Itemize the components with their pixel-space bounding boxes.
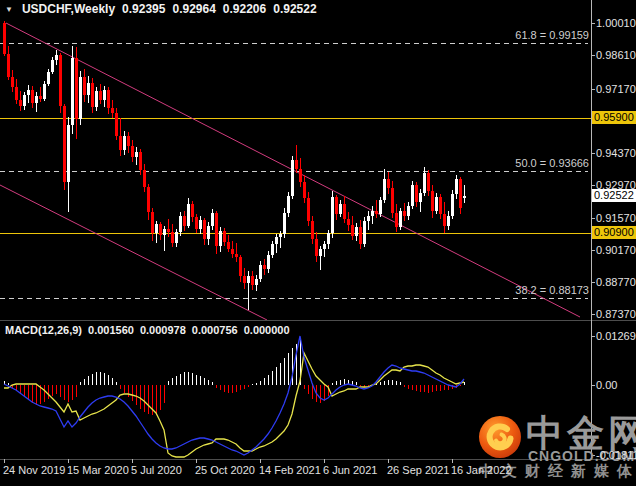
candle — [215, 211, 218, 254]
candle — [39, 87, 42, 102]
macd-histogram-bar — [236, 385, 237, 392]
candle — [299, 158, 302, 187]
macd-histogram-bar — [228, 385, 229, 393]
candle — [27, 85, 30, 103]
macd-histogram-bar — [208, 380, 209, 385]
macd-histogram-bar — [140, 385, 141, 409]
candle — [31, 86, 34, 108]
candle — [255, 275, 258, 291]
macd-histogram-bar — [324, 385, 325, 401]
macd-histogram-bar — [336, 381, 337, 385]
macd-histogram-bar — [80, 382, 81, 385]
candle — [243, 268, 246, 289]
macd-histogram-bar — [416, 385, 417, 391]
candle — [331, 191, 334, 238]
candle — [263, 259, 266, 275]
candle — [419, 189, 422, 212]
macd-histogram-bar — [392, 380, 393, 385]
macd-histogram-bar — [104, 373, 105, 385]
macd-histogram-bar — [24, 385, 25, 397]
candle — [87, 76, 90, 103]
candle — [15, 79, 18, 104]
candle — [71, 46, 74, 134]
candle — [111, 100, 114, 118]
macd-histogram-bar — [180, 374, 181, 385]
macd-histogram-bar — [276, 367, 277, 385]
candle — [163, 226, 166, 251]
candle — [231, 241, 234, 258]
macd-histogram-bar — [168, 381, 169, 385]
macd-histogram-bar — [440, 385, 441, 391]
macd-histogram-bar — [60, 385, 61, 397]
candle — [47, 69, 50, 86]
macd-histogram-bar — [280, 363, 281, 385]
macd-histogram-bar — [8, 383, 9, 385]
macd-histogram-bar — [380, 382, 381, 385]
candle — [411, 181, 414, 209]
candle — [167, 219, 170, 237]
candle — [59, 53, 62, 113]
macd-histogram-bar — [360, 385, 361, 386]
signal-line — [4, 353, 464, 457]
candle — [251, 271, 254, 290]
candle — [271, 241, 274, 258]
macd-histogram-bar — [428, 385, 429, 393]
candle — [327, 230, 330, 249]
macd-histogram-bar — [420, 385, 421, 392]
candle — [175, 229, 178, 247]
macd-histogram-bar — [176, 376, 177, 385]
candle — [355, 223, 358, 241]
chart-menu-triangle-icon[interactable]: ▼ — [5, 5, 13, 14]
macd-histogram-bar — [68, 385, 69, 402]
candle — [115, 108, 118, 140]
candle — [19, 91, 22, 111]
candle — [259, 261, 262, 282]
macd-histogram-bar — [204, 378, 205, 385]
macd-histogram-bar — [48, 385, 49, 399]
candle — [403, 203, 406, 221]
macd-histogram-bar — [184, 372, 185, 385]
macd-histogram-bar — [240, 385, 241, 390]
indicator-value-signal: 0.000978 — [140, 324, 186, 336]
macd-histogram-bar — [268, 375, 269, 385]
candlestick-chart[interactable] — [0, 0, 636, 486]
candle — [135, 147, 138, 165]
candle — [247, 271, 250, 310]
candle — [371, 206, 374, 224]
candle — [143, 164, 146, 192]
macd-histogram-bar — [408, 385, 409, 389]
candle — [23, 92, 26, 110]
macd-histogram-bar — [444, 385, 445, 390]
candle — [407, 202, 410, 220]
candle — [211, 209, 214, 230]
price-axis[interactable] — [592, 0, 636, 459]
macd-histogram-bar — [464, 382, 465, 385]
macd-histogram-bar — [260, 381, 261, 385]
macd-histogram-bar — [244, 385, 245, 389]
macd-histogram-bar — [216, 385, 217, 388]
indicator-value-zero: 0.000000 — [244, 324, 290, 336]
indicator-value-macd: 0.001560 — [88, 324, 134, 336]
macd-histogram-bar — [312, 385, 313, 399]
candle — [179, 212, 182, 236]
candle — [171, 224, 174, 247]
macd-histogram-bar — [344, 379, 345, 385]
candle — [183, 211, 186, 231]
candle — [127, 132, 130, 153]
macd-histogram-bar — [100, 372, 101, 385]
quote-open: 0.92395 — [122, 2, 165, 16]
trendline-lower[interactable] — [0, 185, 267, 320]
macd-histogram-bar — [252, 384, 253, 385]
candle — [351, 216, 354, 240]
candle — [375, 200, 378, 218]
macd-histogram-bar — [32, 385, 33, 403]
macd-histogram-bar — [460, 385, 461, 386]
candle — [283, 208, 286, 238]
macd-histogram-bar — [116, 382, 117, 385]
candle — [159, 222, 162, 240]
macd-histogram-bar — [212, 382, 213, 385]
macd-histogram-bar — [96, 372, 97, 385]
candle — [107, 87, 110, 114]
candle — [79, 71, 82, 125]
time-axis[interactable] — [0, 460, 636, 486]
